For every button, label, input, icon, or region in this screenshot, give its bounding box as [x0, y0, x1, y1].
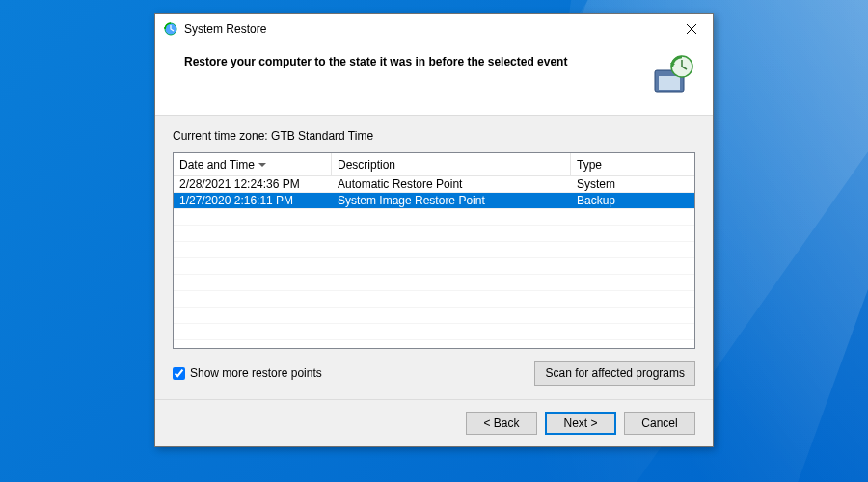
table-header-row: Date and Time Description Type	[174, 153, 694, 176]
timezone-label: Current time zone: GTB Standard Time	[173, 129, 695, 143]
system-restore-icon	[163, 21, 178, 37]
table-row-empty	[174, 308, 694, 324]
column-label: Date and Time	[179, 158, 255, 172]
back-button[interactable]: < Back	[466, 412, 537, 435]
restore-points-table: Date and Time Description Type 2/28/2021…	[173, 152, 695, 349]
table-row[interactable]: 2/28/2021 12:24:36 PMAutomatic Restore P…	[174, 176, 694, 193]
close-button[interactable]	[669, 14, 713, 43]
sort-desc-icon	[258, 163, 266, 167]
table-row-empty	[174, 258, 694, 275]
table-row-empty	[174, 226, 694, 242]
table-row[interactable]: 1/27/2020 2:16:11 PMSystem Image Restore…	[174, 193, 694, 209]
table-body: 2/28/2021 12:24:36 PMAutomatic Restore P…	[174, 176, 694, 349]
table-row-empty	[174, 291, 694, 308]
cancel-button[interactable]: Cancel	[624, 412, 695, 435]
show-more-checkbox[interactable]	[173, 367, 185, 380]
table-row-empty	[174, 242, 694, 258]
column-label: Type	[577, 158, 602, 172]
wizard-header: Restore your computer to the state it wa…	[155, 43, 713, 116]
table-cell: 2/28/2021 12:24:36 PM	[174, 176, 332, 192]
table-cell: 1/27/2020 2:16:11 PM	[174, 193, 332, 208]
scan-affected-button[interactable]: Scan for affected programs	[534, 361, 695, 386]
column-header-description[interactable]: Description	[332, 153, 571, 175]
table-cell: Backup	[571, 193, 694, 208]
table-row-empty	[174, 340, 694, 349]
column-header-type[interactable]: Type	[571, 153, 694, 175]
column-header-date[interactable]: Date and Time	[174, 153, 332, 175]
show-more-checkbox-wrap[interactable]: Show more restore points	[173, 366, 322, 380]
table-cell: System Image Restore Point	[332, 193, 571, 208]
wizard-footer: < Back Next > Cancel	[155, 400, 713, 446]
show-more-label: Show more restore points	[190, 366, 322, 380]
table-cell: System	[571, 176, 694, 192]
page-heading: Restore your computer to the state it wa…	[184, 53, 567, 68]
next-button[interactable]: Next >	[545, 412, 616, 435]
restore-clock-icon	[649, 53, 695, 99]
table-row-empty	[174, 209, 694, 226]
titlebar: System Restore	[155, 14, 713, 43]
table-row-empty	[174, 324, 694, 340]
table-footer-row: Show more restore points Scan for affect…	[173, 361, 695, 386]
system-restore-dialog: System Restore Restore your computer to …	[154, 13, 714, 447]
column-label: Description	[338, 158, 395, 172]
wizard-body: Current time zone: GTB Standard Time Dat…	[155, 116, 713, 400]
window-title: System Restore	[184, 22, 266, 36]
svg-rect-2	[659, 76, 680, 90]
table-cell: Automatic Restore Point	[332, 176, 571, 192]
table-row-empty	[174, 275, 694, 291]
